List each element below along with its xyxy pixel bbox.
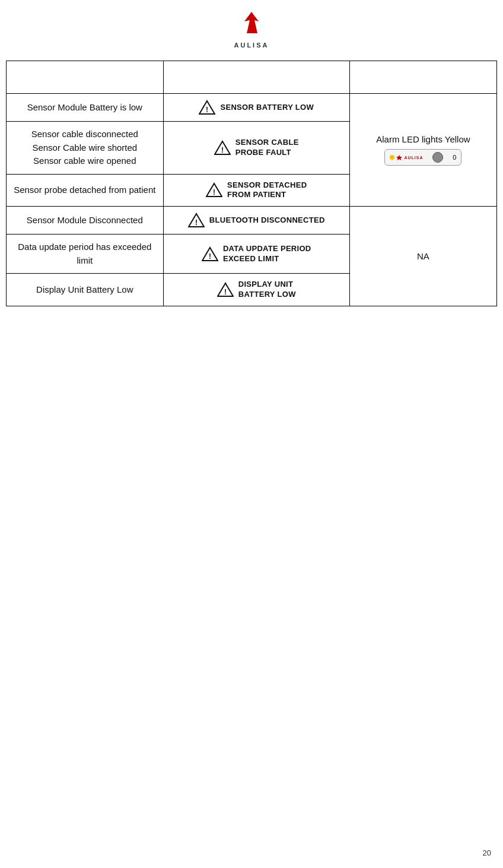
table-header-row: [7, 61, 497, 94]
alarm-table-wrapper: Sensor Module Battery is low ! SENSOR BA…: [0, 61, 503, 306]
device-power-button: [432, 152, 443, 163]
alarm-label-sensor-detached: ! SENSOR DETACHEDFROM PATIENT: [168, 180, 345, 201]
display-sensor-cable: ! SENSOR CABLEPROBE FAULT: [163, 122, 349, 175]
cause-sensor-cable: Sensor cable disconnectedSensor Cable wi…: [7, 122, 164, 175]
device-illustration: AULISA 0: [384, 149, 461, 166]
alarm-label-sensor-cable: ! SENSOR CABLEPROBE FAULT: [168, 138, 345, 158]
device-left-side: AULISA: [390, 154, 423, 160]
alarm-text-sensor-battery: SENSOR BATTERY LOW: [220, 103, 314, 113]
alarm-text-sensor-cable: SENSOR CABLEPROBE FAULT: [235, 138, 299, 158]
svg-marker-3: [396, 155, 402, 160]
cause-display-battery: Display Unit Battery Low: [7, 274, 164, 306]
page-number: 20: [483, 848, 491, 857]
alarm-text-sensor-detached: SENSOR DETACHEDFROM PATIENT: [227, 180, 307, 201]
display-bluetooth: ! BLUETOOTH DISCONNECTED: [163, 207, 349, 235]
cause-bluetooth: Sensor Module Disconnected: [7, 207, 164, 235]
indicator-yellow-led: Alarm LED lights Yellow AULISA 0: [349, 94, 496, 207]
device-digit: 0: [453, 154, 456, 161]
svg-text:!: !: [209, 252, 211, 261]
warning-triangle-icon-4: !: [188, 213, 205, 228]
alarm-text-bluetooth: BLUETOOTH DISCONNECTED: [209, 216, 325, 226]
svg-text:!: !: [213, 188, 215, 197]
indicator-na: NA: [349, 207, 496, 306]
svg-text:!: !: [206, 106, 208, 114]
svg-text:!: !: [195, 218, 198, 227]
page-header: AULISA: [0, 0, 503, 55]
cause-data-update: Data update period has exceeded limit: [7, 235, 164, 274]
table-row: Sensor Module Disconnected ! BLUETOOTH D…: [7, 207, 497, 235]
alarm-text-data-update: DATA UPDATE PERIODEXCEED LIMIT: [223, 244, 311, 264]
warning-triangle-icon-5: !: [202, 246, 218, 262]
logo-container: AULISA: [234, 11, 269, 49]
warning-triangle-icon: !: [199, 100, 215, 115]
header-indicator: [349, 61, 496, 94]
header-cause: [7, 61, 164, 94]
cause-sensor-battery: Sensor Module Battery is low: [7, 94, 164, 122]
svg-marker-0: [244, 12, 259, 33]
alarm-label-sensor-battery: ! SENSOR BATTERY LOW: [168, 100, 345, 115]
warning-triangle-icon-2: !: [214, 140, 231, 156]
display-data-update: ! DATA UPDATE PERIODEXCEED LIMIT: [163, 235, 349, 274]
header-display: [163, 61, 349, 94]
logo-text: AULISA: [234, 42, 269, 49]
display-display-battery: ! DISPLAY UNITBATTERY LOW: [163, 274, 349, 306]
warning-triangle-icon-6: !: [217, 282, 234, 297]
device-brand-label: AULISA: [404, 156, 423, 160]
aulisa-logo-icon: [234, 11, 269, 40]
alarm-label-data-update: ! DATA UPDATE PERIODEXCEED LIMIT: [168, 244, 345, 264]
warning-triangle-icon-3: !: [206, 182, 222, 198]
alarm-led-text: Alarm LED lights Yellow AULISA 0: [355, 134, 492, 166]
alarm-label-bluetooth: ! BLUETOOTH DISCONNECTED: [168, 213, 345, 228]
display-sensor-battery: ! SENSOR BATTERY LOW: [163, 94, 349, 122]
table-row: Sensor Module Battery is low ! SENSOR BA…: [7, 94, 497, 122]
yellow-led-dot: [390, 155, 394, 160]
alarm-text-display-battery: DISPLAY UNITBATTERY LOW: [238, 280, 296, 300]
svg-text:!: !: [224, 288, 227, 296]
svg-text:!: !: [221, 146, 224, 154]
display-sensor-detached: ! SENSOR DETACHEDFROM PATIENT: [163, 174, 349, 207]
alarm-label-display-battery: ! DISPLAY UNITBATTERY LOW: [168, 280, 345, 300]
device-logo-icon: [396, 154, 402, 160]
cause-sensor-detached: Sensor probe detached from patient: [7, 174, 164, 207]
alarm-table: Sensor Module Battery is low ! SENSOR BA…: [6, 61, 497, 306]
